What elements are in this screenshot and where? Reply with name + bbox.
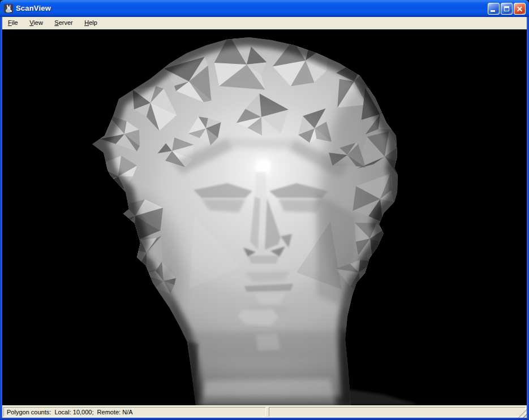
status-pane-polygon-counts: Polygon counts: Local: 10,000; Remote: N… bbox=[3, 407, 266, 417]
titlebar[interactable]: ScanView bbox=[0, 0, 529, 17]
menubar: File View Server Help bbox=[2, 17, 527, 29]
menu-item-file[interactable]: File bbox=[3, 17, 23, 29]
statusbar: Polygon counts: Local: 10,000; Remote: N… bbox=[2, 405, 527, 418]
minimize-button[interactable] bbox=[488, 3, 500, 15]
viewport-3d[interactable] bbox=[2, 29, 527, 405]
close-button[interactable] bbox=[514, 3, 526, 15]
maximize-button[interactable] bbox=[501, 3, 513, 15]
window-border-left bbox=[0, 17, 2, 420]
minimize-icon bbox=[491, 10, 495, 12]
bunny-icon bbox=[4, 4, 13, 13]
window-controls bbox=[488, 3, 526, 15]
app-icon-bunny[interactable] bbox=[4, 4, 13, 13]
polygon-counts-text: Polygon counts: Local: 10,000; Remote: N… bbox=[4, 408, 265, 416]
menu-item-view[interactable]: View bbox=[25, 17, 48, 29]
window-border-bottom bbox=[0, 418, 529, 420]
window-title: ScanView bbox=[16, 0, 51, 16]
menu-item-server[interactable]: Server bbox=[50, 17, 77, 29]
status-pane-secondary bbox=[269, 407, 526, 417]
menu-item-help[interactable]: Help bbox=[80, 17, 102, 29]
window-border-right bbox=[527, 17, 529, 420]
david-head-render bbox=[2, 29, 527, 405]
app-window: ScanView File View Server Help bbox=[0, 0, 529, 420]
maximize-icon bbox=[504, 6, 509, 11]
